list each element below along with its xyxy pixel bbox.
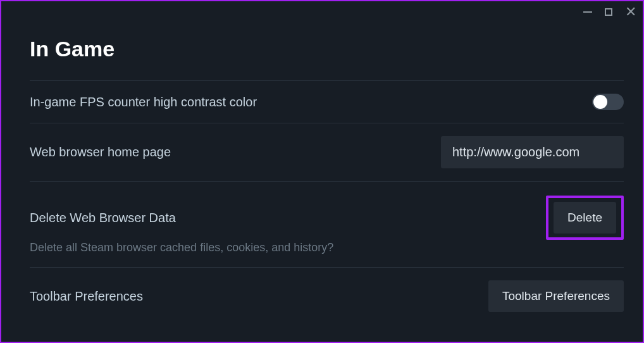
homepage-label: Web browser home page	[30, 145, 171, 159]
row-toolbar-prefs: Toolbar Preferences Toolbar Preferences	[30, 268, 624, 325]
row-delete-data: Delete Web Browser Data Delete	[30, 181, 624, 246]
fps-contrast-toggle[interactable]	[592, 94, 624, 110]
row-fps-contrast: In-game FPS counter high contrast color	[30, 80, 624, 123]
fps-contrast-label: In-game FPS counter high contrast color	[30, 95, 257, 109]
settings-window: ✕ In Game In-game FPS counter high contr…	[0, 0, 644, 343]
row-homepage: Web browser home page	[30, 123, 624, 181]
toggle-knob-icon	[593, 95, 607, 109]
toolbar-prefs-button[interactable]: Toolbar Preferences	[488, 280, 624, 312]
delete-button[interactable]: Delete	[554, 202, 616, 234]
delete-data-label: Delete Web Browser Data	[30, 211, 176, 225]
minimize-icon[interactable]	[583, 11, 592, 13]
maximize-icon[interactable]	[605, 8, 612, 16]
delete-button-highlight: Delete	[546, 196, 624, 240]
homepage-input[interactable]	[441, 136, 624, 168]
page-title: In Game	[30, 37, 624, 61]
close-icon[interactable]: ✕	[625, 8, 636, 16]
delete-data-desc-block: Delete all Steam browser cached files, c…	[30, 241, 624, 268]
delete-data-description: Delete all Steam browser cached files, c…	[30, 241, 624, 267]
toolbar-prefs-label: Toolbar Preferences	[30, 289, 143, 304]
settings-content: In Game In-game FPS counter high contras…	[1, 1, 643, 343]
window-controls: ✕	[583, 8, 636, 16]
